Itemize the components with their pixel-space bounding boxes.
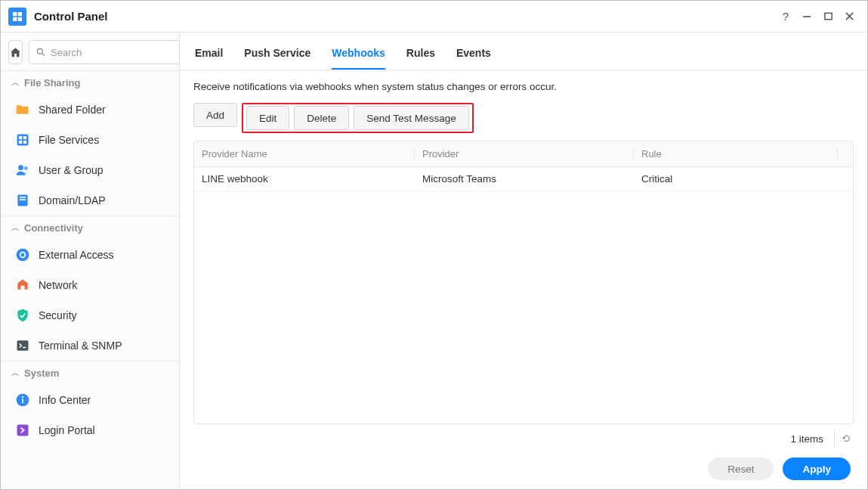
svg-rect-21 xyxy=(21,286,25,290)
window-title: Control Panel xyxy=(34,10,108,23)
sidebar-item-label: Info Center xyxy=(39,394,91,406)
sidebar-item-terminal-snmp[interactable]: Terminal & SNMP xyxy=(1,330,179,361)
info-icon xyxy=(14,392,31,408)
svg-rect-5 xyxy=(824,13,831,19)
help-button[interactable]: ? xyxy=(775,6,796,27)
app-icon xyxy=(8,8,26,26)
tab-events[interactable]: Events xyxy=(456,36,491,70)
home-button[interactable] xyxy=(8,40,23,64)
apply-button[interactable]: Apply xyxy=(783,457,851,480)
svg-rect-2 xyxy=(13,17,17,20)
table-body: LINE webhook Microsoft Teams Critical xyxy=(194,167,853,423)
refresh-icon xyxy=(842,433,851,445)
section-system[interactable]: ︿ System xyxy=(1,361,179,385)
sidebar-item-external-access[interactable]: External Access xyxy=(1,240,179,270)
add-button[interactable]: Add xyxy=(193,103,237,127)
reset-button[interactable]: Reset xyxy=(708,457,774,480)
status-row: 1 items xyxy=(193,424,854,453)
svg-rect-14 xyxy=(23,141,26,144)
svg-rect-13 xyxy=(19,141,22,144)
description: Receive notifications via webhooks when … xyxy=(193,81,854,92)
section-label: Connectivity xyxy=(24,222,83,234)
sidebar-item-label: Network xyxy=(39,279,77,291)
sidebar-item-label: Domain/LDAP xyxy=(39,194,106,206)
webhook-table: Provider Name Provider Rule LINE webhook… xyxy=(193,141,854,424)
column-provider[interactable]: Provider xyxy=(415,148,634,160)
svg-point-20 xyxy=(17,249,29,262)
sidebar-item-label: Security xyxy=(39,309,77,321)
chevron-up-icon: ︿ xyxy=(11,77,20,88)
svg-rect-12 xyxy=(23,136,26,139)
shield-icon xyxy=(14,307,31,324)
svg-point-8 xyxy=(37,48,42,54)
sidebar-item-security[interactable]: Security xyxy=(1,300,179,330)
sidebar-item-network[interactable]: Network xyxy=(1,270,179,300)
table-header: Provider Name Provider Rule xyxy=(194,141,853,167)
sidebar-item-label: User & Group xyxy=(39,164,103,176)
sidebar-item-login-portal[interactable]: Login Portal xyxy=(1,415,179,445)
cell-provider: Microsoft Teams xyxy=(415,173,634,185)
tab-rules[interactable]: Rules xyxy=(406,36,435,70)
svg-point-25 xyxy=(22,396,23,398)
sidebar-item-label: External Access xyxy=(39,249,114,261)
search-input[interactable] xyxy=(51,47,178,58)
cell-rule: Critical xyxy=(634,173,853,185)
chevron-up-icon: ︿ xyxy=(11,222,20,234)
svg-rect-10 xyxy=(17,135,29,146)
section-connectivity[interactable]: ︿ Connectivity xyxy=(1,216,179,240)
section-label: File Sharing xyxy=(24,77,80,88)
sidebar-item-file-services[interactable]: File Services xyxy=(1,125,179,155)
sidebar-item-domain-ldap[interactable]: Domain/LDAP xyxy=(1,185,179,216)
svg-rect-0 xyxy=(13,12,17,16)
svg-rect-3 xyxy=(18,17,22,20)
terminal-icon xyxy=(14,337,31,354)
globe-home-icon xyxy=(14,277,31,293)
search-box[interactable] xyxy=(29,40,180,64)
svg-rect-22 xyxy=(17,340,29,350)
sidebar-item-label: Terminal & SNMP xyxy=(39,340,122,352)
tab-webhooks[interactable]: Webhooks xyxy=(332,36,385,70)
section-label: System xyxy=(24,368,59,379)
svg-rect-18 xyxy=(20,197,26,198)
toolbar: Add Edit Delete Send Test Message xyxy=(193,103,854,133)
sidebar-item-shared-folder[interactable]: Shared Folder xyxy=(1,95,179,125)
main: Email Push Service Webhooks Rules Events… xyxy=(180,33,867,489)
book-icon xyxy=(14,192,31,209)
search-icon xyxy=(36,47,46,57)
table-row[interactable]: LINE webhook Microsoft Teams Critical xyxy=(194,167,853,191)
send-test-message-button[interactable]: Send Test Message xyxy=(354,106,468,130)
delete-button[interactable]: Delete xyxy=(294,106,349,130)
titlebar: Control Panel ? xyxy=(1,1,867,33)
svg-line-9 xyxy=(42,54,45,56)
tab-push-service[interactable]: Push Service xyxy=(244,36,310,70)
tabs: Email Push Service Webhooks Rules Events xyxy=(180,33,867,70)
sidebar-item-user-group[interactable]: User & Group xyxy=(1,155,179,185)
svg-rect-26 xyxy=(17,425,29,436)
users-icon xyxy=(14,162,31,178)
sidebar-item-info-center[interactable]: Info Center xyxy=(1,385,179,415)
edit-button[interactable]: Edit xyxy=(246,106,289,130)
close-button[interactable] xyxy=(839,6,860,27)
footer: Reset Apply xyxy=(193,453,854,482)
sidebar-item-label: Shared Folder xyxy=(39,104,106,116)
folder-icon xyxy=(14,101,31,118)
cell-provider-name: LINE webhook xyxy=(194,173,415,185)
svg-rect-1 xyxy=(18,12,22,16)
minimize-button[interactable] xyxy=(796,6,817,27)
svg-point-16 xyxy=(24,166,28,170)
portal-icon xyxy=(14,422,31,439)
column-rule[interactable]: Rule xyxy=(634,148,838,160)
column-provider-name[interactable]: Provider Name xyxy=(194,148,415,160)
chevron-up-icon: ︿ xyxy=(11,368,20,379)
maximize-button[interactable] xyxy=(817,6,839,27)
tab-email[interactable]: Email xyxy=(195,36,223,70)
home-icon xyxy=(9,46,22,59)
svg-point-15 xyxy=(18,165,23,170)
sidebar-item-label: File Services xyxy=(39,134,99,146)
link-icon xyxy=(14,247,31,263)
svg-rect-19 xyxy=(20,199,26,200)
refresh-button[interactable] xyxy=(834,430,851,447)
sidebar-item-label: Login Portal xyxy=(39,424,95,436)
window: Control Panel ? ︿ File Sharing xyxy=(0,0,868,490)
section-file-sharing[interactable]: ︿ File Sharing xyxy=(1,70,179,95)
